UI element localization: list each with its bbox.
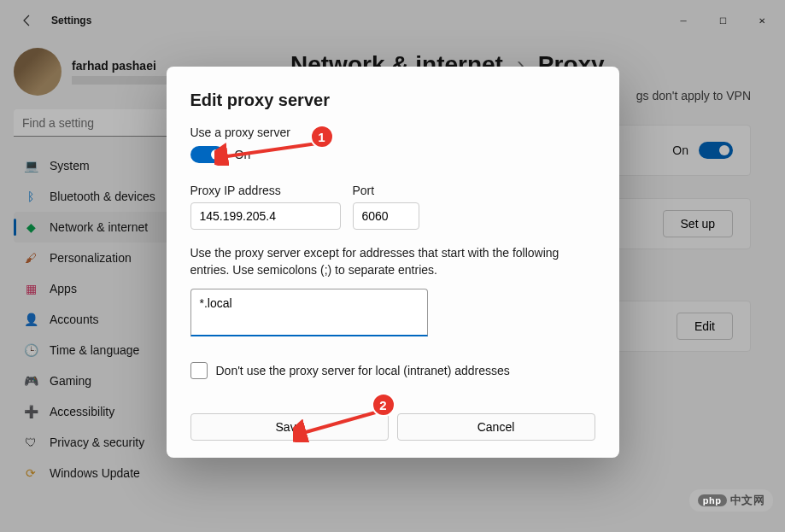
annotation-badge-2: 2 [372,393,395,417]
edit-proxy-modal: Edit proxy server Use a proxy server On … [167,67,619,458]
port-label: Port [353,184,419,197]
use-proxy-toggle[interactable] [190,146,225,163]
exceptions-input[interactable] [190,289,428,336]
modal-title: Edit proxy server [190,91,595,110]
proxy-port-input[interactable] [353,202,419,230]
use-proxy-label: Use a proxy server [190,126,595,139]
cancel-button[interactable]: Cancel [397,413,595,441]
exceptions-description: Use the proxy server except for addresse… [190,245,595,278]
modal-overlay: Edit proxy server Use a proxy server On … [0,0,785,532]
annotation-badge-1: 1 [310,125,334,149]
proxy-ip-input[interactable] [190,202,341,230]
toggle-state-label: On [235,148,251,161]
watermark: php 中文网 [689,489,773,512]
local-bypass-label: Don't use the proxy server for local (in… [216,364,510,377]
save-button[interactable]: Save [190,413,389,441]
local-bypass-checkbox[interactable] [190,362,208,379]
ip-label: Proxy IP address [190,184,341,197]
